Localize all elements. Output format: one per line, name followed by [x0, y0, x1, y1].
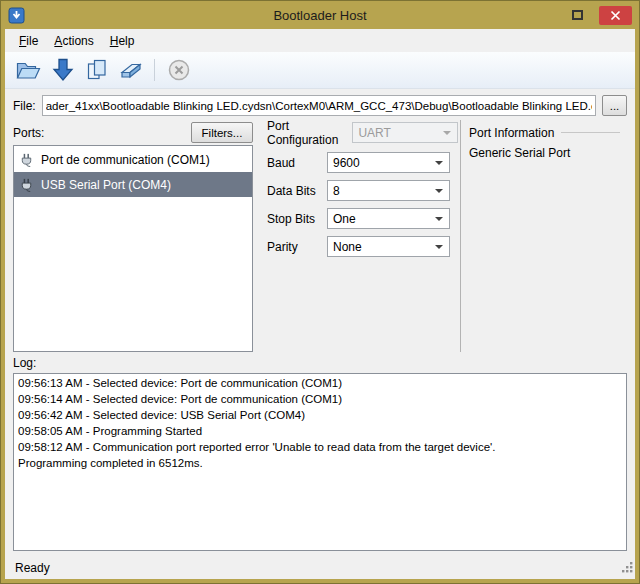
file-label: File:: [13, 99, 36, 113]
abort-x-icon: [167, 58, 191, 82]
baud-label: Baud: [267, 156, 327, 170]
open-folder-icon: [16, 59, 41, 81]
ports-list: Port de communication (COM1) USB Serial …: [13, 145, 253, 352]
resize-grip[interactable]: [621, 561, 634, 577]
header-rule: [561, 132, 620, 133]
close-button[interactable]: [599, 6, 632, 25]
file-path-input[interactable]: [42, 95, 596, 116]
maximize-button[interactable]: [562, 6, 592, 25]
log-line: 09:58:12 AM - Communication port reporte…: [18, 439, 622, 455]
port-item-com1[interactable]: Port de communication (COM1): [14, 147, 252, 172]
abort-button: [164, 56, 193, 85]
window-title: Bootloader Host: [1, 8, 639, 23]
log-line: 09:58:05 AM - Programming Started: [18, 423, 622, 439]
browse-button[interactable]: ...: [602, 95, 627, 116]
port-information-label: Port Information: [469, 126, 554, 140]
port-item-com4[interactable]: USB Serial Port (COM4): [14, 172, 252, 197]
data-bits-value: 8: [333, 184, 340, 198]
app-icon: [8, 7, 25, 24]
stop-bits-value: One: [333, 212, 356, 226]
open-file-button[interactable]: [14, 56, 43, 85]
resize-grip-icon: [621, 561, 634, 574]
status-text: Ready: [15, 561, 50, 575]
verify-pages-icon: [86, 58, 108, 82]
log-line: 09:56:13 AM - Selected device: Port de c…: [18, 375, 622, 391]
file-row: File: ...: [5, 89, 635, 120]
program-button[interactable]: [48, 56, 77, 85]
parity-value: None: [333, 240, 362, 254]
main-row: Ports: Filters... Port de communication …: [5, 120, 635, 352]
erase-button[interactable]: [116, 56, 145, 85]
baud-value: 9600: [333, 156, 360, 170]
data-bits-label: Data Bits: [267, 184, 327, 198]
program-arrow-icon: [52, 58, 74, 82]
stop-bits-select[interactable]: One: [327, 208, 450, 229]
port-item-label: Port de communication (COM1): [41, 153, 210, 167]
log-line: Programming completed in 6512ms.: [18, 455, 622, 471]
parity-label: Parity: [267, 240, 327, 254]
protocol-select: UART: [352, 122, 458, 143]
client-area: File Actions Help: [5, 29, 635, 579]
title-bar[interactable]: Bootloader Host: [1, 1, 639, 29]
app-window: Bootloader Host File Actions Help: [0, 0, 640, 584]
status-bar: Ready: [5, 556, 635, 579]
baud-select[interactable]: 9600: [327, 152, 450, 173]
serial-port-icon: [19, 177, 34, 192]
stop-bits-label: Stop Bits: [267, 212, 327, 226]
data-bits-select[interactable]: 8: [327, 180, 450, 201]
eraser-icon: [119, 59, 143, 81]
protocol-value: UART: [358, 126, 390, 140]
port-configuration-section: Port Configuration UART Baud 9600 Data B…: [253, 120, 461, 352]
toolbar: [5, 52, 635, 89]
maximize-icon: [572, 10, 583, 20]
window-controls: [562, 6, 632, 25]
parity-select[interactable]: None: [327, 236, 450, 257]
toolbar-separator: [154, 59, 155, 81]
close-icon: [610, 10, 621, 21]
ports-section: Ports: Filters... Port de communication …: [13, 120, 253, 352]
port-configuration-label: Port Configuration: [267, 119, 338, 147]
port-item-label: USB Serial Port (COM4): [41, 178, 171, 192]
port-information-text: Generic Serial Port: [469, 146, 627, 160]
log-line: 09:56:14 AM - Selected device: Port de c…: [18, 391, 622, 407]
log-label: Log:: [5, 352, 635, 373]
log-line: 09:56:42 AM - Selected device: USB Seria…: [18, 407, 622, 423]
verify-button[interactable]: [82, 56, 111, 85]
ports-label: Ports:: [13, 126, 44, 140]
menu-file[interactable]: File: [11, 31, 46, 51]
log-output[interactable]: 09:56:13 AM - Selected device: Port de c…: [13, 373, 627, 551]
menu-help[interactable]: Help: [102, 31, 143, 51]
filters-button[interactable]: Filters...: [191, 122, 253, 143]
menu-actions[interactable]: Actions: [46, 31, 101, 51]
port-information-section: Port Information Generic Serial Port: [461, 120, 627, 352]
menu-bar: File Actions Help: [5, 29, 635, 52]
serial-port-icon: [19, 152, 34, 167]
